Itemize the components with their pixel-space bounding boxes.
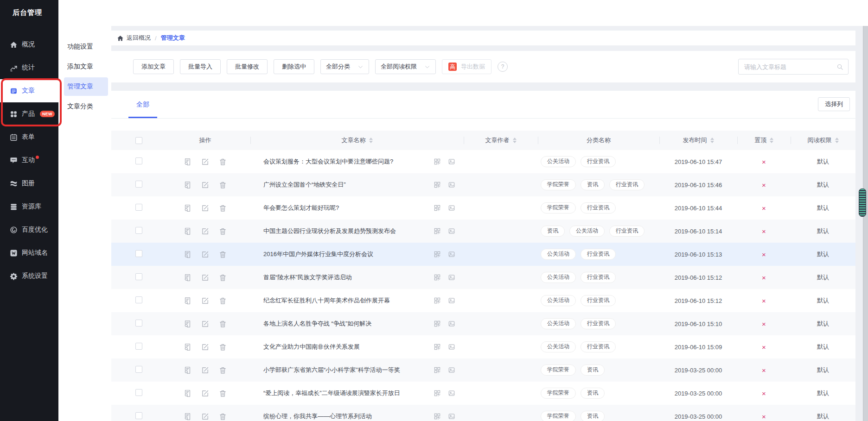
sidebar-item-statistics[interactable]: 统计 [0,56,58,79]
sidebar-item-albums[interactable]: 图册 [0,172,58,195]
delete-icon[interactable] [219,204,227,212]
submenu-item-manage-articles[interactable]: 管理文章 [64,77,108,96]
edit-icon[interactable] [201,274,209,282]
preview-icon[interactable] [184,158,191,166]
row-checkbox[interactable] [135,227,142,234]
delete-icon[interactable] [219,274,227,282]
image-icon[interactable] [448,413,455,420]
add-article-button[interactable]: 添加文章 [133,59,174,74]
qrcode-icon[interactable] [434,227,441,235]
row-checkbox[interactable] [135,296,142,303]
image-icon[interactable] [448,297,455,304]
preview-icon[interactable] [184,227,191,235]
qrcode-icon[interactable] [434,297,441,304]
pinned-status-cell[interactable]: × [737,297,791,305]
batch-edit-button[interactable]: 批量修改 [227,59,268,74]
pinned-status-cell[interactable]: × [737,413,791,421]
pinned-status-cell[interactable]: × [737,227,791,235]
sidebar-item-articles[interactable]: 文章 [0,79,58,102]
edit-icon[interactable] [201,390,209,397]
article-title[interactable]: “爱上阅读，幸福成长”二年级诵读展演暨家长开放日 [263,389,428,397]
row-checkbox[interactable] [135,157,142,164]
sidebar-item-resources[interactable]: 资源库 [0,195,58,218]
sidebar-item-forms[interactable]: 表单 [0,126,58,149]
search-icon[interactable] [836,63,843,70]
preview-icon[interactable] [184,251,191,258]
image-icon[interactable] [448,251,455,258]
edit-icon[interactable] [201,204,209,212]
qrcode-icon[interactable] [434,158,441,165]
sort-control[interactable] [710,138,714,143]
pinned-status-cell[interactable]: × [737,251,791,258]
article-title[interactable]: 纪念红军长征胜利八十周年美术作品创作展开幕 [263,296,428,305]
delete-icon[interactable] [219,343,227,351]
preview-icon[interactable] [184,343,191,351]
row-checkbox[interactable] [135,204,142,211]
article-title[interactable]: 中国主题公园行业现状分析及发展趋势预测发布会 [263,227,428,235]
image-icon[interactable] [448,158,455,165]
delete-icon[interactable] [219,320,227,328]
row-checkbox[interactable] [135,273,142,280]
pinned-status-cell[interactable]: × [737,343,791,351]
edit-icon[interactable] [201,251,209,258]
pinned-status-cell[interactable]: × [737,320,791,328]
search-input[interactable] [739,63,836,70]
preview-icon[interactable] [184,320,191,328]
submenu-item-article-categories[interactable]: 文章分类 [64,97,108,116]
submenu-item-add-article[interactable]: 添加文章 [64,57,108,76]
choose-columns-button[interactable]: 选择列 [818,97,850,111]
preview-icon[interactable] [184,181,191,189]
qrcode-icon[interactable] [434,274,441,281]
permission-filter-select[interactable]: 全部阅读权限 [375,59,436,74]
row-checkbox[interactable] [135,389,142,396]
tab-all[interactable]: 全部 [128,91,157,118]
export-data-button[interactable]: 高 导出数据 [442,59,491,74]
image-icon[interactable] [448,274,455,281]
scrollbar-thumb[interactable] [859,189,866,217]
article-title[interactable]: 首届“陵水杯”民族文学奖评选启动 [263,273,428,282]
pinned-status-cell[interactable]: × [737,274,791,282]
sort-control[interactable] [513,138,517,143]
row-checkbox[interactable] [135,412,142,419]
batch-import-button[interactable]: 批量导入 [180,59,221,74]
image-icon[interactable] [448,366,455,374]
edit-icon[interactable] [201,320,209,328]
qrcode-icon[interactable] [434,251,441,258]
image-icon[interactable] [448,343,455,351]
delete-icon[interactable] [219,297,227,305]
edit-icon[interactable] [201,181,209,189]
qrcode-icon[interactable] [434,204,441,212]
qrcode-icon[interactable] [434,320,441,327]
qrcode-icon[interactable] [434,343,441,351]
edit-icon[interactable] [201,158,209,166]
delete-icon[interactable] [219,251,227,258]
delete-icon[interactable] [219,390,227,397]
sidebar-item-overview[interactable]: 概况 [0,33,58,56]
preview-icon[interactable] [184,274,191,282]
article-title[interactable]: 年会要怎么策划才能好玩呢? [263,204,428,212]
pinned-status-cell[interactable]: × [737,366,791,374]
row-checkbox[interactable] [135,366,142,373]
row-checkbox[interactable] [135,320,142,327]
row-checkbox[interactable] [135,250,142,257]
qrcode-icon[interactable] [434,413,441,420]
preview-icon[interactable] [184,390,191,397]
preview-icon[interactable] [184,297,191,305]
delete-icon[interactable] [219,181,227,189]
sidebar-item-products[interactable]: 产品NEW [0,102,58,126]
image-icon[interactable] [448,204,455,212]
article-title[interactable]: 各地上演名人名胜争夺战 “争战”如何解决 [263,320,428,328]
edit-icon[interactable] [201,227,209,235]
article-title[interactable]: 文化产业助力中国南非伙伴关系发展 [263,343,428,351]
article-title[interactable]: 广州设立全国首个“地铁安全日” [263,181,428,189]
qrcode-icon[interactable] [434,366,441,374]
sort-control[interactable] [369,138,373,143]
category-filter-select[interactable]: 全部分类 [320,59,369,74]
image-icon[interactable] [448,227,455,235]
article-title[interactable]: 会议策划服务：大型会议策划中要注意哪些问题? [263,157,428,166]
image-icon[interactable] [448,181,455,189]
row-checkbox[interactable] [135,181,142,188]
help-icon[interactable]: ? [498,62,508,72]
sidebar-item-interaction[interactable]: 互动 [0,149,58,172]
preview-icon[interactable] [184,204,191,212]
